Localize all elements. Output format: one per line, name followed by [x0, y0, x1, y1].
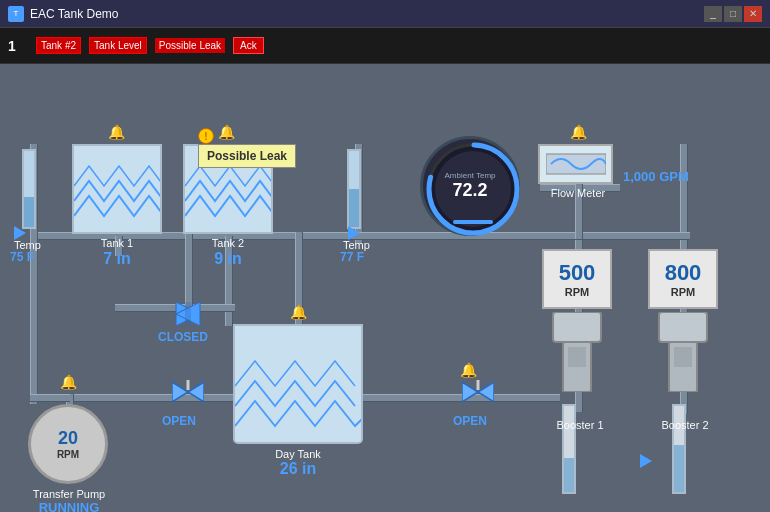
temp1-value: 75 F	[10, 250, 34, 264]
temp-gauge-right	[347, 149, 361, 229]
booster1-rpm: 500 RPM	[542, 249, 612, 309]
svg-rect-6	[453, 220, 493, 224]
booster2-rpm: 800 RPM	[648, 249, 718, 309]
svg-rect-13	[674, 347, 692, 367]
title-bar: T EAC Tank Demo ⎯ □ ✕	[0, 0, 770, 28]
valve-open-left-symbol	[172, 380, 204, 404]
flow-arrow-booster	[640, 454, 652, 468]
ambient-label: Ambient Temp	[445, 171, 496, 180]
booster1-tank	[562, 404, 576, 494]
app-icon: T	[8, 6, 24, 22]
tank2-value: 9 in	[183, 250, 273, 268]
booster2-tank	[672, 404, 686, 494]
pump-rpm-value: 20	[58, 428, 78, 449]
svg-marker-21	[478, 382, 494, 402]
valve-open-right-symbol	[462, 380, 494, 404]
svg-rect-7	[546, 154, 606, 174]
app-title: EAC Tank Demo	[30, 7, 118, 21]
transfer-pump-status: RUNNING	[14, 500, 124, 512]
temp2-value: 77 F	[340, 250, 364, 264]
svg-marker-18	[188, 382, 204, 402]
pipe-booster-h	[550, 232, 690, 240]
bell-tank2: 🔔	[218, 124, 235, 140]
maximize-button[interactable]: □	[724, 6, 742, 22]
flow-arrow-right	[348, 226, 360, 240]
alarm-number: 1	[8, 38, 28, 54]
alarm-tag-level: Tank Level	[89, 37, 147, 54]
svg-marker-20	[462, 382, 478, 402]
svg-rect-11	[659, 312, 707, 342]
svg-rect-8	[553, 312, 601, 342]
alarm-leak-label: Possible Leak	[155, 38, 225, 53]
valve-open-right-label: OPEN	[453, 414, 487, 428]
flow-meter-gpm: 1,000 GPM	[623, 169, 689, 184]
ambient-gauge: Ambient Temp 72.2	[420, 136, 520, 236]
close-button[interactable]: ✕	[744, 6, 762, 22]
alarm-popup: Possible Leak	[198, 144, 296, 168]
tank1-label: Tank 1	[72, 237, 162, 249]
valve-open-right[interactable]	[462, 380, 494, 404]
ambient-value: 72.2	[445, 180, 496, 201]
alarm-exclamation: !	[198, 128, 214, 144]
alarm-ack-button[interactable]: Ack	[233, 37, 264, 54]
alarm-bar: 1 Tank #2 Tank Level Possible Leak Ack	[0, 28, 770, 64]
tank1-value: 7 in	[72, 250, 162, 268]
bell-flow: 🔔	[570, 124, 587, 140]
pipe-pump-h	[30, 394, 70, 402]
flow-meter-box	[538, 144, 613, 184]
svg-rect-0	[74, 146, 162, 234]
bell-daytank: 🔔	[290, 304, 307, 320]
valve-closed-symbol	[172, 302, 204, 326]
temp-gauge-left	[22, 149, 36, 229]
booster2-motor	[654, 312, 712, 392]
day-tank	[233, 324, 363, 444]
valve-open-left[interactable]	[172, 380, 204, 404]
svg-rect-10	[568, 347, 586, 367]
booster2-rpm-value: 800	[665, 260, 702, 286]
booster1-label: Booster 1	[540, 419, 620, 431]
booster1-rpm-unit: RPM	[565, 286, 589, 298]
bell-right: 🔔	[460, 362, 477, 378]
pump-rpm-unit: RPM	[57, 449, 79, 460]
valve-open-left-label: OPEN	[162, 414, 196, 428]
bell-pump: 🔔	[60, 374, 77, 390]
booster2-label: Booster 2	[645, 419, 725, 431]
day-tank-value: 26 in	[233, 460, 363, 478]
booster1-motor	[548, 312, 606, 392]
valve-closed[interactable]	[172, 302, 204, 326]
bell-tank1: 🔔	[108, 124, 125, 140]
alarm-tag-tank: Tank #2	[36, 37, 81, 54]
tank2-label: Tank 2	[183, 237, 273, 249]
booster2-rpm-unit: RPM	[671, 286, 695, 298]
valve-closed-label: CLOSED	[158, 330, 208, 344]
svg-marker-17	[172, 382, 188, 402]
svg-rect-16	[185, 302, 191, 326]
minimize-button[interactable]: ⎯	[704, 6, 722, 22]
day-tank-label: Day Tank	[233, 448, 363, 460]
booster1-rpm-value: 500	[559, 260, 596, 286]
alarm-popup-text: Possible Leak	[207, 149, 287, 163]
flow-arrow-left	[14, 226, 26, 240]
transfer-pump-label: Transfer Pump	[14, 488, 124, 500]
main-area: Ambient Temp 72.2 500 RPM 800 RPM	[0, 64, 770, 512]
tank1	[72, 144, 162, 234]
flow-meter-label: Flow Meter	[538, 187, 618, 199]
transfer-pump: 20 RPM	[28, 404, 108, 484]
